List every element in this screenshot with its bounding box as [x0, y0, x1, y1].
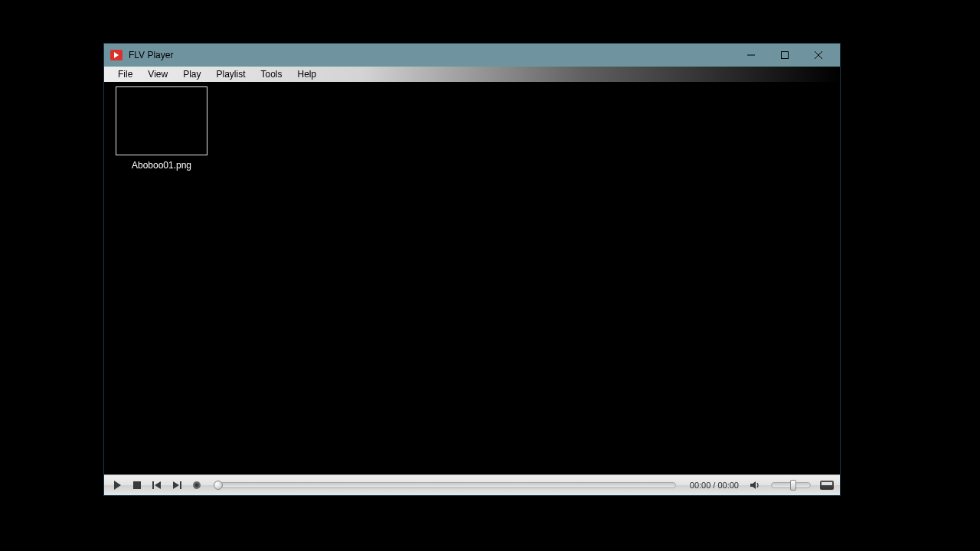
minimize-button[interactable] — [734, 44, 768, 67]
next-button[interactable] — [168, 477, 185, 494]
titlebar[interactable]: FLV Player — [104, 44, 840, 67]
record-icon — [191, 480, 202, 491]
record-button[interactable] — [188, 477, 205, 494]
menu-view[interactable]: View — [140, 67, 175, 81]
maximize-icon — [781, 51, 789, 59]
window-title: FLV Player — [129, 50, 173, 60]
svg-marker-12 — [750, 481, 756, 489]
menu-tools[interactable]: Tools — [253, 67, 290, 81]
app-window: FLV Player File View Play Playlist Tools… — [103, 43, 841, 496]
fullscreen-icon — [820, 481, 834, 490]
content-area[interactable]: Aboboo01.png — [104, 82, 840, 474]
svg-rect-5 — [133, 481, 141, 489]
menu-help[interactable]: Help — [290, 67, 325, 81]
thumbnail-label: Aboboo01.png — [132, 160, 191, 171]
seek-slider[interactable] — [214, 482, 676, 488]
previous-icon — [152, 480, 162, 491]
volume-knob[interactable] — [790, 480, 796, 491]
fullscreen-button[interactable] — [818, 477, 835, 494]
close-button[interactable] — [802, 44, 835, 67]
seek-knob[interactable] — [214, 481, 223, 490]
previous-button[interactable] — [149, 477, 165, 494]
svg-rect-9 — [180, 481, 181, 489]
svg-point-11 — [195, 484, 199, 487]
app-icon — [110, 50, 122, 60]
volume-slider[interactable] — [771, 482, 811, 488]
svg-rect-6 — [152, 481, 154, 489]
thumbnail-item[interactable]: Aboboo01.png — [115, 86, 208, 171]
close-icon — [815, 51, 822, 59]
menubar: File View Play Playlist Tools Help — [104, 67, 840, 82]
svg-marker-8 — [173, 481, 179, 489]
play-icon — [112, 480, 122, 491]
play-button[interactable] — [109, 477, 126, 494]
thumbnail-image — [116, 86, 207, 155]
maximize-button[interactable] — [768, 44, 802, 67]
menu-playlist[interactable]: Playlist — [208, 67, 253, 81]
svg-rect-1 — [782, 52, 789, 59]
menu-file[interactable]: File — [110, 67, 140, 81]
mute-button[interactable] — [746, 477, 763, 494]
next-icon — [172, 480, 182, 491]
svg-marker-4 — [114, 481, 121, 490]
stop-icon — [132, 480, 142, 491]
stop-button[interactable] — [129, 477, 145, 494]
minimize-icon — [747, 51, 755, 59]
playback-controls: 00:00 / 00:00 — [104, 474, 840, 495]
time-display: 00:00 / 00:00 — [690, 481, 739, 490]
volume-icon — [750, 480, 760, 491]
menu-play[interactable]: Play — [175, 67, 208, 81]
svg-marker-7 — [155, 481, 161, 489]
